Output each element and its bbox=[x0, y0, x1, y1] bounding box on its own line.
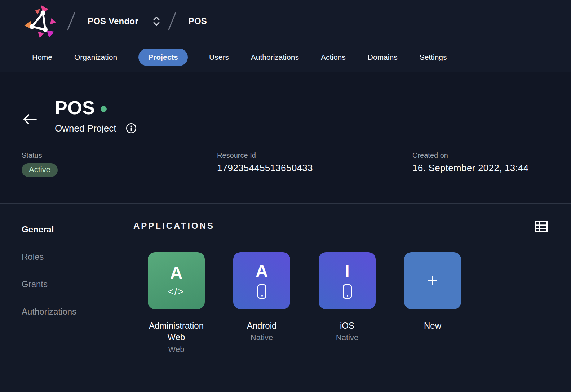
project-meta: Status Active Resource Id 17923544551365… bbox=[22, 151, 549, 177]
breadcrumb-org: POS Vendor bbox=[88, 16, 138, 26]
project-detail-body: General Roles Grants Authorizations APPL… bbox=[0, 204, 571, 392]
app-name: New bbox=[397, 320, 469, 331]
smartphone-icon bbox=[343, 284, 352, 299]
app-name: iOS bbox=[311, 320, 383, 331]
app-initial: A bbox=[170, 264, 183, 282]
sidebar-item-grants[interactable]: Grants bbox=[22, 279, 133, 289]
app-type: Native bbox=[311, 333, 383, 342]
main-nav: Home Organization Projects Users Authori… bbox=[0, 43, 571, 72]
app-tile: A bbox=[233, 252, 290, 309]
nav-home[interactable]: Home bbox=[31, 49, 53, 66]
section-sidebar: General Roles Grants Authorizations bbox=[0, 204, 133, 392]
app-card-administration-web[interactable]: A </> Administration Web Web bbox=[148, 252, 205, 354]
smartphone-icon bbox=[257, 284, 266, 299]
sidebar-item-general[interactable]: General bbox=[22, 224, 133, 235]
topbar: POS Vendor POS Home Organization Project… bbox=[0, 0, 571, 72]
green-dot-icon bbox=[101, 106, 107, 112]
nav-actions[interactable]: Actions bbox=[320, 49, 346, 66]
plus-icon: + bbox=[427, 271, 438, 290]
sidebar-item-authorizations[interactable]: Authorizations bbox=[22, 307, 133, 317]
application-cards: A </> Administration Web Web A Android N… bbox=[148, 252, 548, 354]
project-type-label: Owned Project bbox=[55, 123, 116, 134]
table-view-icon[interactable] bbox=[535, 221, 548, 233]
app-type: Native bbox=[226, 333, 298, 342]
app-card-android[interactable]: A Android Native bbox=[233, 252, 290, 354]
project-header: POS Owned Project Status Active Resour bbox=[0, 72, 571, 204]
app-card-ios[interactable]: I iOS Native bbox=[319, 252, 376, 354]
nav-authorizations[interactable]: Authorizations bbox=[250, 49, 300, 66]
app-tile: A </> bbox=[148, 252, 205, 309]
applications-section: APPLICATIONS A </> Administration Web We… bbox=[133, 204, 571, 392]
app-tile: + bbox=[404, 252, 461, 309]
status-badge: Active bbox=[22, 163, 58, 177]
unfold-more-icon bbox=[152, 15, 161, 27]
arrow-left-icon bbox=[22, 113, 37, 126]
info-icon[interactable] bbox=[126, 123, 137, 134]
app-initial: I bbox=[345, 263, 349, 280]
app-initial: A bbox=[256, 263, 268, 280]
breadcrumb-project[interactable]: POS bbox=[189, 16, 207, 26]
sidebar-item-roles[interactable]: Roles bbox=[22, 252, 133, 262]
nav-projects[interactable]: Projects bbox=[138, 49, 188, 66]
breadcrumb: POS Vendor POS bbox=[0, 0, 571, 43]
meta-status: Status Active bbox=[22, 151, 217, 177]
app-name: Android bbox=[226, 320, 298, 331]
page-title: POS bbox=[55, 98, 95, 118]
code-icon: </> bbox=[168, 286, 185, 297]
app-card-new[interactable]: + New bbox=[404, 252, 461, 354]
org-switcher[interactable]: POS Vendor bbox=[88, 15, 161, 27]
resource-id-label: Resource Id bbox=[217, 151, 412, 160]
resource-id-value: 179235445513650433 bbox=[217, 162, 412, 174]
status-label: Status bbox=[22, 151, 217, 160]
created-on-value: 16. September 2022, 13:44 bbox=[412, 162, 549, 174]
nav-domains[interactable]: Domains bbox=[367, 49, 398, 66]
breadcrumb-slash bbox=[67, 12, 75, 30]
applications-heading: APPLICATIONS bbox=[133, 221, 214, 231]
app-tile: I bbox=[319, 252, 376, 309]
back-button[interactable] bbox=[22, 113, 37, 127]
meta-resource-id: Resource Id 179235445513650433 bbox=[217, 151, 412, 177]
zitadel-logo-icon[interactable] bbox=[22, 4, 58, 39]
nav-settings[interactable]: Settings bbox=[419, 49, 448, 66]
created-on-label: Created on bbox=[412, 151, 549, 160]
app-name: Administration Web bbox=[140, 320, 212, 343]
nav-users[interactable]: Users bbox=[208, 49, 230, 66]
meta-created-on: Created on 16. September 2022, 13:44 bbox=[412, 151, 549, 177]
nav-organization[interactable]: Organization bbox=[74, 49, 118, 66]
app-type: Web bbox=[140, 345, 212, 354]
breadcrumb-slash bbox=[168, 12, 176, 30]
